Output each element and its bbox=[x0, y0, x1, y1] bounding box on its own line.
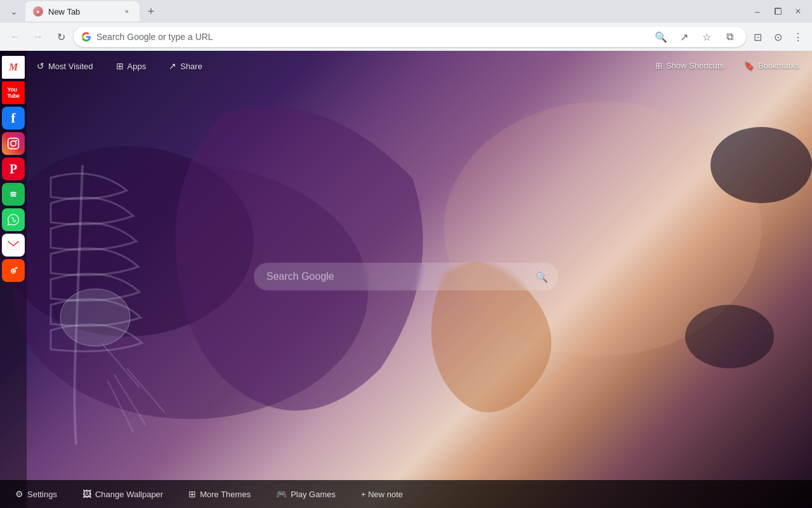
more-themes-label: More Themes bbox=[200, 490, 251, 499]
facebook-letter: f bbox=[11, 110, 15, 126]
play-games-label: Play Games bbox=[291, 490, 336, 499]
youtube-label: YouTube bbox=[8, 86, 20, 99]
sidebar-item-pinterest[interactable]: P bbox=[2, 157, 25, 180]
reddit-icon bbox=[7, 264, 20, 277]
pinterest-letter: P bbox=[10, 162, 17, 177]
sidebar-item-gmail[interactable]: M bbox=[2, 56, 25, 79]
show-shortcuts-label: Show Shortcuts bbox=[666, 61, 724, 70]
search-icon: 🔍 bbox=[535, 271, 548, 283]
show-shortcuts-icon: ⊞ bbox=[655, 61, 662, 70]
change-wallpaper-icon: 🖼 bbox=[82, 489, 91, 499]
svg-point-18 bbox=[11, 269, 16, 274]
sidebar-toggle-icon[interactable]: ⊡ bbox=[749, 28, 766, 46]
most-visited-icon: ↺ bbox=[37, 61, 44, 71]
more-themes-button[interactable]: ⊞ More Themes bbox=[183, 486, 256, 502]
chevron-down-icon[interactable]: ⌄ bbox=[5, 3, 23, 20]
svg-rect-12 bbox=[8, 138, 19, 149]
svg-point-19 bbox=[12, 270, 13, 271]
bookmark-star-icon[interactable]: ☆ bbox=[698, 28, 716, 46]
omnibar: ← → ↻ Search Google or type a URL 🔍 ↗ ☆ … bbox=[0, 23, 812, 51]
search-submit-button[interactable]: 🔍 bbox=[532, 267, 552, 287]
bookmarks-icon: 🔖 bbox=[744, 61, 754, 70]
play-games-button[interactable]: 🎮 Play Games bbox=[271, 486, 341, 502]
google-logo-icon bbox=[81, 32, 91, 42]
share-shortcut[interactable]: ↗ Share bbox=[164, 58, 207, 74]
sidebar-item-reddit[interactable] bbox=[2, 259, 25, 282]
more-themes-icon: ⊞ bbox=[188, 489, 196, 499]
most-visited-label: Most Visited bbox=[48, 62, 93, 71]
new-tab-button[interactable]: + bbox=[142, 3, 160, 20]
sidebar-item-facebook[interactable]: f bbox=[2, 107, 25, 130]
titlebar: ⌄ ● New Tab × + – ⧠ ✕ bbox=[0, 0, 812, 23]
reload-button[interactable]: ↻ bbox=[51, 27, 71, 47]
most-visited-shortcut[interactable]: ↺ Most Visited bbox=[32, 58, 98, 74]
tab-favicon: ● bbox=[33, 6, 43, 17]
tab-title: New Tab bbox=[48, 7, 117, 17]
extensions-icon[interactable]: ⧉ bbox=[721, 28, 738, 46]
minimize-button[interactable]: – bbox=[749, 3, 766, 20]
menu-icon[interactable]: ⋮ bbox=[789, 28, 807, 46]
gmail-letter: M bbox=[9, 62, 18, 73]
tab-close-button[interactable]: × bbox=[122, 6, 132, 17]
apps-icon: ⊞ bbox=[116, 61, 124, 71]
left-sidebar: M YouTube f P bbox=[0, 51, 27, 508]
spotify-icon bbox=[7, 188, 20, 201]
sidebar-item-whatsapp[interactable] bbox=[2, 208, 25, 231]
share-label: Share bbox=[180, 62, 202, 71]
apps-shortcut[interactable]: ⊞ Apps bbox=[111, 58, 152, 74]
play-games-icon: 🎮 bbox=[276, 489, 287, 499]
instagram-icon bbox=[7, 137, 20, 150]
address-bar[interactable]: Search Google or type a URL 🔍 ↗ ☆ ⧉ bbox=[74, 27, 746, 47]
search-input[interactable] bbox=[254, 263, 558, 291]
change-wallpaper-label: Change Wallpaper bbox=[95, 490, 163, 499]
bookmarks-label: Bookmarks bbox=[758, 61, 799, 70]
svg-line-22 bbox=[15, 268, 16, 269]
settings-label: Settings bbox=[27, 490, 57, 499]
gmail2-icon bbox=[7, 240, 20, 250]
settings-icon: ⚙ bbox=[15, 489, 23, 499]
bookmarks-button[interactable]: 🔖 Bookmarks bbox=[739, 58, 804, 73]
back-button[interactable]: ← bbox=[5, 27, 25, 47]
new-tab-content: M YouTube f P bbox=[0, 51, 812, 508]
sidebar-item-youtube[interactable]: YouTube bbox=[2, 81, 25, 104]
new-note-button[interactable]: + New note bbox=[356, 487, 408, 502]
bottom-bar: ⚙ Settings 🖼 Change Wallpaper ⊞ More The… bbox=[0, 480, 812, 508]
svg-point-13 bbox=[11, 141, 16, 146]
search-container: 🔍 bbox=[254, 263, 558, 291]
shortcuts-bar: ↺ Most Visited ⊞ Apps ↗ Share bbox=[32, 58, 207, 74]
sidebar-item-spotify[interactable] bbox=[2, 183, 25, 206]
address-text: Search Google or type a URL bbox=[96, 32, 647, 42]
search-icon[interactable]: 🔍 bbox=[652, 28, 670, 46]
new-note-label: + New note bbox=[361, 490, 403, 499]
share-icon: ↗ bbox=[169, 61, 176, 71]
show-shortcuts-button[interactable]: ⊞ Show Shortcuts bbox=[650, 58, 729, 73]
whatsapp-icon bbox=[7, 213, 20, 226]
change-wallpaper-button[interactable]: 🖼 Change Wallpaper bbox=[77, 486, 168, 502]
svg-point-14 bbox=[15, 140, 17, 142]
settings-button[interactable]: ⚙ Settings bbox=[10, 486, 62, 502]
sidebar-item-gmail2[interactable] bbox=[2, 234, 25, 257]
sidebar-item-instagram[interactable] bbox=[2, 132, 25, 155]
apps-label: Apps bbox=[128, 62, 147, 71]
right-shortcuts: ⊞ Show Shortcuts 🔖 Bookmarks bbox=[650, 58, 804, 73]
share-icon[interactable]: ↗ bbox=[675, 28, 693, 46]
close-button[interactable]: ✕ bbox=[789, 3, 807, 20]
forward-button[interactable]: → bbox=[28, 27, 48, 47]
active-tab[interactable]: ● New Tab × bbox=[25, 1, 140, 22]
svg-point-20 bbox=[14, 270, 15, 271]
profile-icon[interactable]: ⊙ bbox=[769, 28, 787, 46]
maximize-button[interactable]: ⧠ bbox=[769, 3, 787, 20]
